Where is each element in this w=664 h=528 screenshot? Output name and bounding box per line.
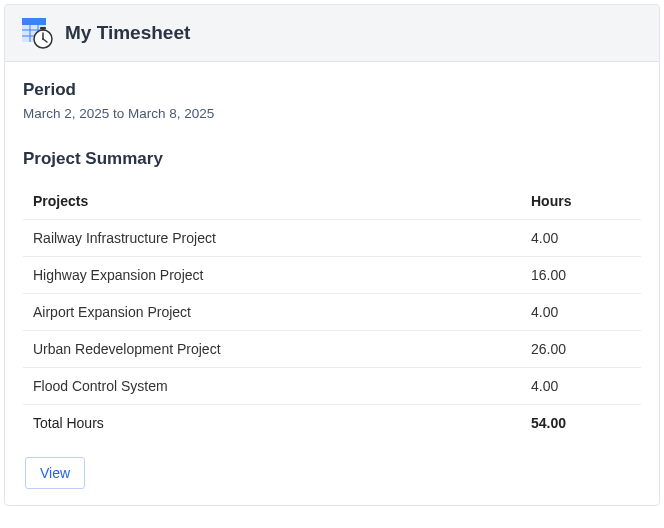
svg-rect-1: [22, 18, 46, 25]
total-label: Total Hours: [23, 405, 521, 442]
project-hours: 26.00: [521, 331, 641, 368]
project-name: Airport Expansion Project: [23, 294, 521, 331]
card-body: Period March 2, 2025 to March 8, 2025 Pr…: [5, 62, 659, 505]
project-hours: 4.00: [521, 294, 641, 331]
project-hours: 4.00: [521, 220, 641, 257]
table-row: Airport Expansion Project 4.00: [23, 294, 641, 331]
summary-title: Project Summary: [23, 149, 641, 169]
card-title: My Timesheet: [65, 22, 190, 44]
project-name: Highway Expansion Project: [23, 257, 521, 294]
table-row: Railway Infrastructure Project 4.00: [23, 220, 641, 257]
table-row: Urban Redevelopment Project 26.00: [23, 331, 641, 368]
col-hours: Hours: [521, 183, 641, 220]
project-summary-table: Projects Hours Railway Infrastructure Pr…: [23, 183, 641, 441]
total-hours: 54.00: [521, 405, 641, 442]
view-button[interactable]: View: [25, 457, 85, 489]
project-hours: 16.00: [521, 257, 641, 294]
timesheet-icon: [21, 17, 53, 49]
project-name: Railway Infrastructure Project: [23, 220, 521, 257]
total-row: Total Hours 54.00: [23, 405, 641, 442]
card-header: My Timesheet: [5, 5, 659, 62]
col-projects: Projects: [23, 183, 521, 220]
table-row: Flood Control System 4.00: [23, 368, 641, 405]
project-name: Flood Control System: [23, 368, 521, 405]
project-hours: 4.00: [521, 368, 641, 405]
period-label: Period: [23, 80, 641, 100]
period-value: March 2, 2025 to March 8, 2025: [23, 106, 641, 121]
timesheet-card: My Timesheet Period March 2, 2025 to Mar…: [4, 4, 660, 506]
table-row: Highway Expansion Project 16.00: [23, 257, 641, 294]
project-name: Urban Redevelopment Project: [23, 331, 521, 368]
